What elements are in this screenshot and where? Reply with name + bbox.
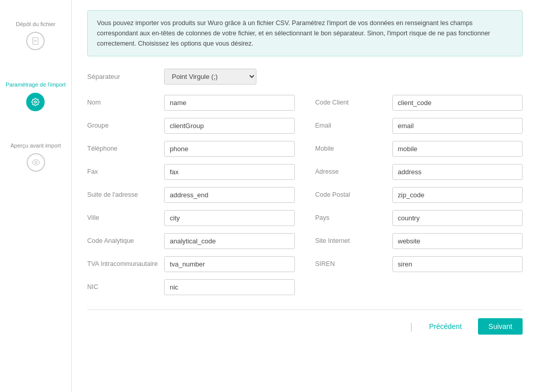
field-label: NIC <box>87 283 164 291</box>
field-row: Code Analytique <box>87 233 295 249</box>
field-label: Site Internet <box>315 237 392 245</box>
field-input[interactable] <box>164 141 295 157</box>
field-row: Email <box>315 118 523 134</box>
parametrage-label: Paramétrage de l'import <box>6 81 66 88</box>
field-row: SIREN <box>315 256 523 272</box>
field-label: Adresse <box>315 168 392 176</box>
field-input[interactable] <box>392 141 523 157</box>
field-input[interactable] <box>392 95 523 111</box>
field-row: Code Postal <box>315 187 523 203</box>
field-label: Nom <box>87 98 164 107</box>
field-label: Suite de l'adresse <box>87 191 164 199</box>
field-input[interactable] <box>164 210 295 226</box>
field-row: Suite de l'adresse <box>87 187 295 203</box>
field-row: Nom <box>87 95 295 111</box>
field-label: Groupe <box>87 121 164 130</box>
footer: | Précédent Suivant <box>87 310 523 335</box>
field-input[interactable] <box>392 164 523 180</box>
field-row: TVA Intracommunautaire <box>87 256 295 272</box>
parametrage-icon <box>26 93 45 111</box>
field-row: Code Client <box>315 95 523 111</box>
field-row: Site Internet <box>315 233 523 249</box>
field-input[interactable] <box>164 256 295 272</box>
field-input[interactable] <box>392 118 523 134</box>
svg-point-4 <box>35 161 37 163</box>
field-input[interactable] <box>392 233 523 249</box>
field-input[interactable] <box>164 279 295 295</box>
field-row: Téléphone <box>87 141 295 157</box>
field-label: Ville <box>87 214 164 222</box>
field-row: Ville <box>87 210 295 226</box>
svg-rect-0 <box>33 38 38 45</box>
separator-label: Séparateur <box>87 73 164 80</box>
field-input[interactable] <box>164 187 295 203</box>
svg-point-3 <box>34 101 36 103</box>
depot-label: Dépôt du fichier <box>16 20 55 28</box>
prev-button[interactable]: Précédent <box>421 318 470 335</box>
step-apercu[interactable]: Aperçu avant import <box>10 142 61 172</box>
field-row: Mobile <box>315 141 523 157</box>
next-button[interactable]: Suivant <box>478 318 523 335</box>
field-input[interactable] <box>164 95 295 111</box>
depot-icon <box>26 32 45 50</box>
step-depot[interactable]: Dépôt du fichier <box>16 20 55 50</box>
info-box: Vous pouvez importer vos produits sur Wu… <box>87 10 523 56</box>
field-input[interactable] <box>164 233 295 249</box>
apercu-label: Aperçu avant import <box>10 142 61 149</box>
footer-divider: | <box>410 321 413 332</box>
field-label: Code Postal <box>315 191 392 199</box>
separator-row: Séparateur Point Virgule (;) Virgule (,)… <box>87 69 523 85</box>
fields-grid: NomCode ClientGroupeEmailTéléphoneMobile… <box>87 95 523 295</box>
field-row: Pays <box>315 210 523 226</box>
main-content: Vous pouvez importer vos produits sur Wu… <box>72 0 538 392</box>
field-input[interactable] <box>164 118 295 134</box>
field-label: Code Client <box>315 98 392 107</box>
field-input[interactable] <box>392 256 523 272</box>
field-label: TVA Intracommunautaire <box>87 260 164 268</box>
field-label: Pays <box>315 214 392 222</box>
field-label: Mobile <box>315 145 392 153</box>
field-row: Groupe <box>87 118 295 134</box>
field-input[interactable] <box>392 187 523 203</box>
field-label: Code Analytique <box>87 237 164 245</box>
field-label: Téléphone <box>87 145 164 153</box>
field-row: Adresse <box>315 164 523 180</box>
separator-select[interactable]: Point Virgule (;) Virgule (,) Tabulation <box>164 69 256 85</box>
field-label: Email <box>315 121 392 130</box>
field-label: Fax <box>87 168 164 176</box>
field-row: Fax <box>87 164 295 180</box>
step-parametrage[interactable]: Paramétrage de l'import <box>6 81 66 111</box>
field-row <box>315 279 523 295</box>
field-input[interactable] <box>164 164 295 180</box>
field-label: SIREN <box>315 260 392 268</box>
apercu-icon <box>27 153 45 172</box>
field-row: NIC <box>87 279 295 295</box>
info-text: Vous pouvez importer vos produits sur Wu… <box>97 19 490 47</box>
sidebar: Dépôt du fichier Paramétrage de l'import… <box>0 0 72 392</box>
field-input[interactable] <box>392 210 523 226</box>
